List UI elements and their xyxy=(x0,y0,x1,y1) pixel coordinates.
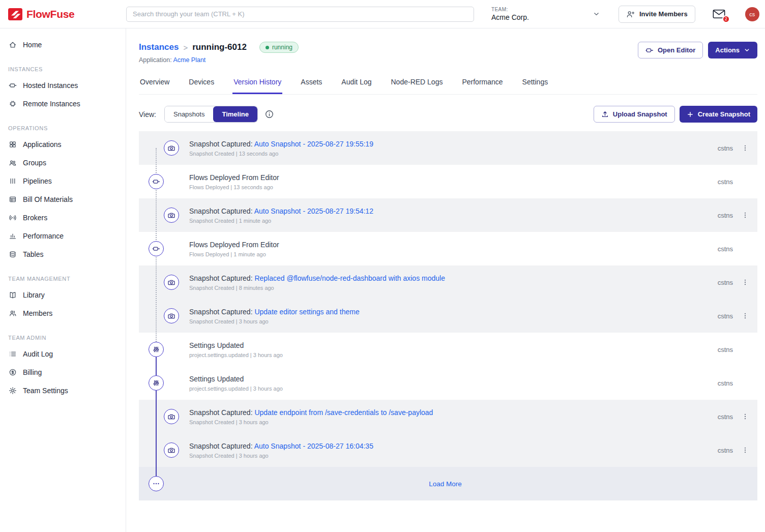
breadcrumb-separator: > xyxy=(183,43,188,52)
sidebar-item-label: Billing xyxy=(23,368,42,376)
status-dot-icon xyxy=(266,46,269,49)
sliders-icon xyxy=(149,342,164,357)
kebab-menu-button[interactable] xyxy=(733,446,757,454)
tab-devices[interactable]: Devices xyxy=(188,75,215,94)
application-link[interactable]: Acme Plant xyxy=(173,56,205,64)
notification-badge: 2 xyxy=(722,15,730,23)
event-user: cstns xyxy=(701,178,733,186)
snapshot-link[interactable]: Replaced @flowfuse/node-red-dashboard wi… xyxy=(254,274,445,282)
flows-deployed-icon xyxy=(149,174,164,189)
tab-assets[interactable]: Assets xyxy=(300,75,323,94)
database-icon xyxy=(8,250,17,258)
kebab-menu-button[interactable] xyxy=(733,412,757,421)
snapshot-link[interactable]: Auto Snapshot - 2025-08-27 19:54:12 xyxy=(254,207,373,215)
load-more-link[interactable]: Load More xyxy=(429,480,462,488)
top-bar: FlowFuse TEAM: Acme Corp. Invite Members… xyxy=(0,0,765,28)
sidebar-item-bill-of-materials[interactable]: Bill Of Materials xyxy=(0,190,126,209)
event-meta: Snapshot Created | 8 minutes ago xyxy=(189,285,701,291)
view-label: View: xyxy=(139,110,156,119)
flowfuse-logo[interactable]: FlowFuse xyxy=(0,8,126,20)
snapshot-link[interactable]: Update endpoint from /save-credentials t… xyxy=(254,408,433,417)
users-icon xyxy=(8,309,17,317)
team-label: TEAM: xyxy=(491,7,529,12)
sidebar-item-label: Home xyxy=(23,41,42,49)
camera-icon xyxy=(164,208,179,223)
camera-icon xyxy=(164,275,179,290)
sidebar-item-remote-instances[interactable]: Remote Instances xyxy=(0,95,126,113)
timeline-row: Settings Updated project.settings.update… xyxy=(139,366,757,400)
sidebar-item-applications[interactable]: Applications xyxy=(0,135,126,154)
tab-overview[interactable]: Overview xyxy=(139,75,170,94)
sidebar-item-billing[interactable]: Billing xyxy=(0,363,126,381)
team-selector[interactable]: TEAM: Acme Corp. xyxy=(491,7,600,21)
sliders-icon xyxy=(149,375,164,391)
sidebar-item-label: Performance xyxy=(23,232,64,240)
event-title-prefix: Snapshot Captured: xyxy=(189,408,254,417)
breadcrumb-instances-link[interactable]: Instances xyxy=(139,42,179,52)
timeline-toggle-button[interactable]: Timeline xyxy=(213,106,257,122)
create-snapshot-button[interactable]: Create Snapshot xyxy=(680,106,757,123)
user-avatar[interactable]: cs xyxy=(745,7,759,21)
sidebar-item-tables[interactable]: Tables xyxy=(0,245,126,263)
timeline-row: Snapshot Captured: Update editor setting… xyxy=(139,299,757,333)
sidebar-item-pipelines[interactable]: Pipelines xyxy=(0,172,126,190)
sidebar-item-label: Tables xyxy=(23,250,43,258)
flowfuse-logo-icon xyxy=(8,8,22,20)
event-user: cstns xyxy=(701,279,733,286)
tab-bar: Overview Devices Version History Assets … xyxy=(139,75,757,95)
tab-version-history[interactable]: Version History xyxy=(232,75,282,94)
chevron-down-icon xyxy=(593,10,600,18)
event-user: cstns xyxy=(701,379,733,387)
sidebar-item-home[interactable]: Home xyxy=(0,36,126,54)
upload-snapshot-button[interactable]: Upload Snapshot xyxy=(594,106,675,123)
sidebar-item-groups[interactable]: Groups xyxy=(0,154,126,172)
snapshot-link[interactable]: Auto Snapshot - 2025-08-27 16:04:35 xyxy=(254,442,373,450)
search-input[interactable] xyxy=(126,7,474,22)
actions-button[interactable]: Actions xyxy=(708,42,757,58)
sidebar-item-members[interactable]: Members xyxy=(0,304,126,322)
kebab-menu-button[interactable] xyxy=(733,211,757,219)
notifications-button[interactable]: 2 xyxy=(713,9,726,20)
snapshots-toggle-button[interactable]: Snapshots xyxy=(165,106,213,122)
application-label: Application: xyxy=(139,56,172,64)
sidebar-item-audit-log[interactable]: Audit Log xyxy=(0,345,126,363)
page-title: running-6012 xyxy=(192,42,247,52)
invite-members-button[interactable]: Invite Members xyxy=(619,6,695,23)
tab-performance[interactable]: Performance xyxy=(461,75,504,94)
tab-settings[interactable]: Settings xyxy=(521,75,549,94)
status-badge: running xyxy=(259,42,299,53)
tab-audit-log[interactable]: Audit Log xyxy=(340,75,372,94)
snapshot-link[interactable]: Update editor settings and theme xyxy=(254,308,359,316)
sidebar-item-performance[interactable]: Performance xyxy=(0,227,126,245)
event-title: Settings Updated xyxy=(189,375,244,383)
event-user: cstns xyxy=(701,245,733,253)
sidebar-item-hosted-instances[interactable]: Hosted Instances xyxy=(0,76,126,95)
sidebar-section-team-admin: TEAM ADMIN xyxy=(0,335,126,341)
instance-node-icon xyxy=(8,81,17,90)
sidebar-item-team-settings[interactable]: Team Settings xyxy=(0,381,126,400)
kebab-menu-button[interactable] xyxy=(733,278,757,286)
event-user: cstns xyxy=(701,413,733,421)
sidebar-item-label: Pipelines xyxy=(23,177,52,185)
kebab-menu-button[interactable] xyxy=(733,312,757,320)
event-meta: Snapshot Created | 3 hours ago xyxy=(189,318,701,324)
pipelines-icon xyxy=(8,177,17,185)
table-icon xyxy=(8,195,17,203)
actions-label: Actions xyxy=(715,46,740,54)
sidebar-item-brokers[interactable]: Brokers xyxy=(0,209,126,227)
bar-chart-icon xyxy=(8,232,17,240)
sidebar-item-label: Brokers xyxy=(23,214,47,222)
event-user: cstns xyxy=(701,212,733,219)
snapshot-link[interactable]: Auto Snapshot - 2025-08-27 19:55:19 xyxy=(254,140,373,148)
info-icon[interactable] xyxy=(265,110,274,119)
kebab-menu-button[interactable] xyxy=(733,144,757,152)
timeline-row: Snapshot Captured: Auto Snapshot - 2025-… xyxy=(139,198,757,232)
timeline-row: Snapshot Captured: Auto Snapshot - 2025-… xyxy=(139,131,757,165)
sidebar-section-operations: OPERATIONS xyxy=(0,125,126,131)
event-title-prefix: Snapshot Captured: xyxy=(189,308,254,316)
upload-snapshot-label: Upload Snapshot xyxy=(613,110,667,118)
sidebar-item-library[interactable]: Library xyxy=(0,286,126,304)
tab-node-red-logs[interactable]: Node-RED Logs xyxy=(390,75,444,94)
timeline-row: Snapshot Captured: Replaced @flowfuse/no… xyxy=(139,265,757,299)
open-editor-button[interactable]: Open Editor xyxy=(638,42,703,58)
